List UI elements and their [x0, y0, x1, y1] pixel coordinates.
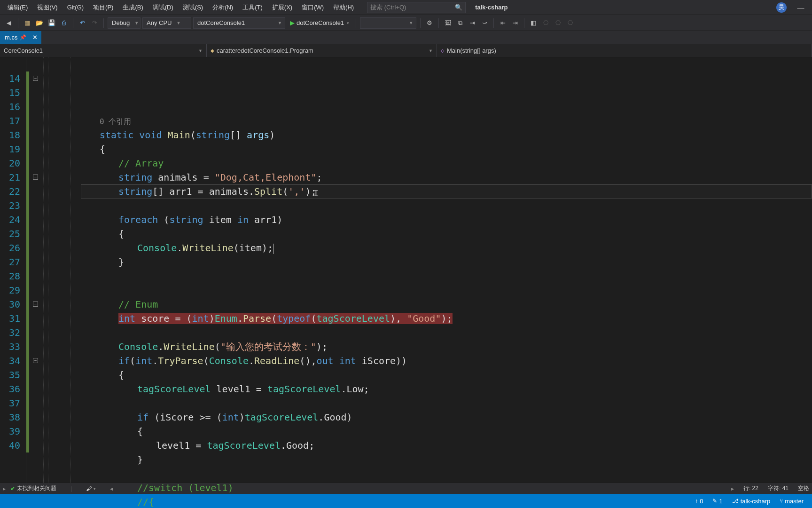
search-box[interactable]: 搜索 (Ctrl+Q) 🔍 — [367, 2, 466, 13]
undo-button[interactable]: ↶ — [77, 17, 88, 29]
menubar: 编辑(E)视图(V)Git(G)项目(P)生成(B)调试(D)测试(S)分析(N… — [0, 0, 812, 15]
method-nav[interactable]: ◇ Main(string[] args) — [437, 44, 812, 57]
code-line[interactable]: //switch (level1) — [81, 481, 812, 495]
code-line[interactable]: 0 个引用 — [81, 114, 812, 128]
play-icon: ▶ — [290, 19, 295, 26]
code-line[interactable]: static void Main(string[] args) — [81, 128, 812, 142]
tool-icon-3[interactable]: ⎔ — [552, 17, 563, 29]
menu-item[interactable]: 测试(S) — [178, 0, 208, 15]
code-line[interactable]: { — [81, 368, 812, 382]
issues-message: 未找到相关问题 — [17, 484, 56, 492]
info-arrow-icon[interactable]: ▸ — [3, 485, 6, 492]
code-line[interactable] — [81, 396, 812, 410]
bookmark-icon[interactable]: ◧ — [528, 17, 539, 29]
menu-item[interactable]: 窗口(W) — [297, 0, 328, 15]
code-area[interactable]: I 0 个引用static void Main(string[] args){/… — [81, 57, 812, 483]
startup-project-combo[interactable]: dotCoreConsole1▼ — [193, 17, 285, 29]
line-gutter: 1415161718192021222324252627282930313233… — [0, 57, 26, 483]
code-line[interactable] — [81, 198, 812, 213]
code-line[interactable]: { — [81, 142, 812, 156]
code-line[interactable]: // Enum — [81, 297, 812, 311]
code-line[interactable]: } — [81, 452, 812, 467]
code-line[interactable]: if(int.TryParse(Console.ReadLine(),out i… — [81, 354, 812, 368]
menu-item[interactable]: 分析(N) — [208, 0, 238, 15]
close-icon[interactable]: ✕ — [31, 34, 39, 41]
code-line[interactable] — [81, 467, 812, 481]
solution-name: talk-csharp — [475, 4, 508, 11]
code-line[interactable]: int score = (int)Enum.Parse(typeof(tagSc… — [81, 311, 812, 325]
method-icon: ◇ — [441, 48, 445, 53]
navbar: CoreConsole1▼ ◆ carattere dotCoreConsole… — [0, 44, 812, 57]
code-line[interactable]: Console.WriteLine(item); — [81, 241, 812, 255]
menu-item[interactable]: 项目(P) — [88, 0, 118, 15]
save-button[interactable]: 💾 — [46, 17, 57, 29]
menu-item[interactable]: 调试(D) — [148, 0, 178, 15]
image-icon[interactable]: 🖼 — [442, 17, 453, 29]
process-combo[interactable]: ▼ — [360, 17, 416, 29]
code-line[interactable]: { — [81, 227, 812, 241]
open-button[interactable]: 📂 — [34, 17, 45, 29]
fold-column: −−−− — [29, 57, 43, 483]
saveall-button[interactable]: ⎙ — [58, 17, 70, 29]
minimize-button[interactable]: — — [792, 3, 809, 11]
code-line[interactable]: foreach (string item in arr1) — [81, 213, 812, 227]
pin-icon[interactable]: 📌 — [20, 34, 26, 40]
code-line[interactable]: string[] arr1 = animals.Split(','); — [81, 184, 812, 198]
tool-icon-2[interactable]: ⎔ — [540, 17, 551, 29]
code-line[interactable]: //{ — [81, 495, 812, 508]
start-debug-button[interactable]: ▶ dotCoreConsole1 ▾ — [287, 17, 352, 29]
step-icon[interactable]: ⇥ — [467, 17, 478, 29]
tab-filename: m.cs — [5, 34, 17, 41]
search-placeholder: 搜索 (Ctrl+Q) — [370, 3, 406, 12]
text-cursor-icon: I — [313, 186, 319, 200]
layout-icon[interactable]: ⧉ — [454, 17, 466, 29]
indent-guides — [43, 57, 81, 483]
menu-item[interactable]: Git(G) — [62, 0, 88, 15]
config-combo[interactable]: Debug▼ — [108, 17, 141, 29]
step-over-icon[interactable]: ⤻ — [479, 17, 490, 29]
menu-item[interactable]: 扩展(X) — [267, 0, 297, 15]
redo-button[interactable]: ↷ — [89, 17, 100, 29]
code-line[interactable] — [81, 325, 812, 340]
fold-toggle[interactable]: − — [33, 175, 38, 180]
ok-icon: ✔ — [10, 485, 15, 492]
fold-toggle[interactable]: − — [33, 302, 38, 307]
menu-item[interactable]: 工具(T) — [238, 0, 267, 15]
search-icon: 🔍 — [455, 4, 462, 11]
project-nav[interactable]: CoreConsole1▼ — [0, 44, 207, 57]
menu-item[interactable]: 编辑(E) — [3, 0, 32, 15]
back-button[interactable]: ◀ — [3, 17, 15, 29]
tool-icon-4[interactable]: ⎔ — [564, 17, 576, 29]
new-button[interactable]: ▦ — [22, 17, 33, 29]
menu-item[interactable]: 帮助(H) — [328, 0, 359, 15]
platform-combo[interactable]: Any CPU▼ — [142, 17, 191, 29]
code-line[interactable] — [81, 283, 812, 297]
code-line[interactable]: { — [81, 424, 812, 438]
code-line[interactable]: if (iScore >= (int)tagScoreLevel.Good) — [81, 410, 812, 424]
code-line[interactable]: level1 = tagScoreLevel.Good; — [81, 438, 812, 452]
indent-right-icon[interactable]: ⇥ — [509, 17, 521, 29]
code-line[interactable] — [81, 269, 812, 283]
menu-item[interactable]: 视图(V) — [32, 0, 62, 15]
code-editor[interactable]: 1415161718192021222324252627282930313233… — [0, 57, 812, 483]
menu-item[interactable]: 生成(B) — [118, 0, 148, 15]
fold-toggle[interactable]: − — [33, 358, 38, 363]
toolbar: ◀ ▦ 📂 💾 ⎙ ↶ ↷ Debug▼ Any CPU▼ dotCoreCon… — [0, 15, 812, 31]
code-line[interactable]: } — [81, 255, 812, 269]
tool-icon-1[interactable]: ⚙ — [424, 17, 435, 29]
tabbar: m.cs 📌 ✕ — [0, 31, 812, 44]
class-icon: ◆ — [211, 48, 214, 53]
avatar[interactable]: 昊 — [776, 2, 787, 13]
file-tab[interactable]: m.cs 📌 ✕ — [0, 31, 41, 44]
indent-left-icon[interactable]: ⇤ — [497, 17, 508, 29]
code-line[interactable]: tagScoreLevel level1 = tagScoreLevel.Low… — [81, 382, 812, 396]
code-line[interactable]: string animals = "Dog,Cat,Elephont"; — [81, 170, 812, 184]
code-line[interactable]: Console.WriteLine("输入您的考试分数："); — [81, 340, 812, 354]
fold-toggle[interactable]: − — [33, 76, 38, 81]
code-line[interactable]: // Array — [81, 156, 812, 170]
class-nav[interactable]: ◆ carattere dotCoreConsole1.Program▼ — [207, 44, 437, 57]
